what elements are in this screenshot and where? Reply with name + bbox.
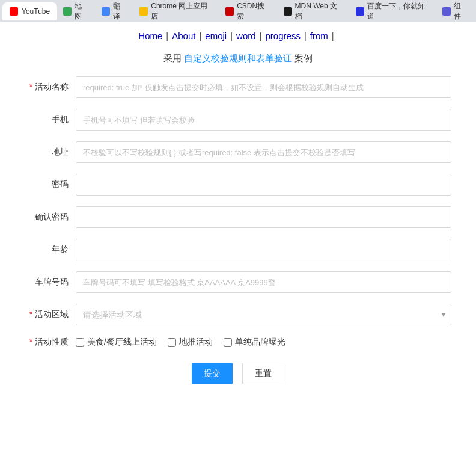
- title-prefix: 采用: [163, 53, 182, 63]
- title-link[interactable]: 自定义校验规则和表单验证: [184, 53, 292, 63]
- nav-sep-1: |: [166, 31, 168, 41]
- field-phone: 手机: [25, 109, 451, 131]
- tab-chrome-label: Chrome 网上应用店: [151, 1, 212, 22]
- label-activity-nature: 活动性质: [25, 336, 76, 348]
- checkbox-ground[interactable]: 地推活动: [168, 337, 213, 348]
- label-phone: 手机: [25, 114, 76, 126]
- reset-button[interactable]: 重置: [242, 363, 284, 384]
- nav-sep-2: |: [199, 31, 201, 41]
- field-activity-nature: 活动性质 美食/餐厅线上活动 地推活动 单纯品牌曝光: [25, 336, 451, 348]
- input-phone[interactable]: [76, 109, 451, 131]
- translate-favicon: [102, 7, 110, 16]
- input-activity-name[interactable]: [76, 76, 451, 98]
- field-activity-region: 活动区域 请选择活动区域 区域一 区域二 区域三 ▾: [25, 304, 451, 325]
- label-license-plate: 车牌号码: [25, 276, 76, 288]
- mdn-favicon: [284, 7, 292, 16]
- field-activity-name: 活动名称: [25, 76, 451, 98]
- nav-emoji[interactable]: emoji: [205, 31, 227, 41]
- browser-tab-bar: YouTube 地图 翻译 Chrome 网上应用店 CSDN搜索 MDN We…: [0, 0, 476, 22]
- youtube-favicon: [10, 7, 18, 16]
- checkbox-food-input[interactable]: [76, 338, 84, 347]
- active-tab-label: YouTube: [22, 7, 50, 16]
- label-confirm-password: 确认密码: [25, 211, 76, 223]
- map-favicon: [63, 7, 72, 16]
- label-address: 地址: [25, 146, 76, 158]
- select-region-wrap: 请选择活动区域 区域一 区域二 区域三 ▾: [76, 304, 451, 325]
- nav-from[interactable]: from: [310, 31, 328, 41]
- csdn-favicon: [225, 7, 234, 16]
- tab-comp-label: 组件: [454, 1, 468, 22]
- label-password: 密码: [25, 179, 76, 191]
- nav-word[interactable]: word: [236, 31, 256, 41]
- label-activity-region: 活动区域: [25, 309, 76, 321]
- input-license-plate[interactable]: [76, 271, 451, 293]
- page-title: 采用 自定义校验规则和表单验证 案例: [25, 53, 451, 64]
- comp-favicon: [442, 7, 451, 16]
- tab-map[interactable]: 地图: [57, 2, 94, 20]
- field-license-plate: 车牌号码: [25, 271, 451, 293]
- nav-sep-4: |: [260, 31, 262, 41]
- checkbox-brand-label: 单纯品牌曝光: [235, 337, 285, 348]
- tab-translate[interactable]: 翻译: [96, 2, 133, 20]
- tab-csdn-label: CSDN搜索: [237, 1, 270, 22]
- input-confirm-password[interactable]: [76, 206, 451, 228]
- select-activity-region[interactable]: 请选择活动区域 区域一 区域二 区域三: [76, 304, 451, 325]
- button-row: 提交 重置: [25, 363, 451, 384]
- field-address: 地址: [25, 141, 451, 163]
- label-age: 年龄: [25, 244, 76, 256]
- checkbox-food-label: 美食/餐厅线上活动: [87, 337, 157, 348]
- nav-about[interactable]: About: [172, 31, 195, 41]
- field-confirm-password: 确认密码: [25, 206, 451, 228]
- nav-sep-6: |: [332, 31, 334, 41]
- input-age[interactable]: [76, 239, 451, 260]
- nav-sep-5: |: [304, 31, 307, 41]
- field-password: 密码: [25, 174, 451, 196]
- title-suffix: 案例: [294, 53, 313, 63]
- field-age: 年龄: [25, 239, 451, 260]
- chrome-favicon: [139, 7, 148, 16]
- label-activity-name: 活动名称: [25, 81, 76, 93]
- input-address[interactable]: [76, 141, 451, 163]
- tab-comp[interactable]: 组件: [436, 2, 474, 20]
- tab-baidu-label: 百度一下，你就知道: [367, 1, 430, 22]
- checkbox-group-nature: 美食/餐厅线上活动 地推活动 单纯品牌曝光: [76, 337, 451, 348]
- baidu-favicon: [356, 7, 364, 16]
- tab-chrome-store[interactable]: Chrome 网上应用店: [133, 2, 218, 20]
- checkbox-ground-label: 地推活动: [179, 337, 213, 348]
- main-content: 采用 自定义校验规则和表单验证 案例 活动名称 手机 地址 密码 确认密码: [13, 47, 463, 408]
- tab-map-label: 地图: [75, 1, 88, 22]
- submit-button[interactable]: 提交: [192, 363, 233, 384]
- checkbox-brand[interactable]: 单纯品牌曝光: [224, 337, 285, 348]
- tab-baidu[interactable]: 百度一下，你就知道: [350, 2, 436, 20]
- nav-bar: Home | About | emoji | word | progress |…: [0, 22, 476, 47]
- other-tabs: 地图 翻译 Chrome 网上应用店 CSDN搜索 MDN Web 文档 百度一…: [57, 2, 474, 20]
- input-password[interactable]: [76, 174, 451, 196]
- checkbox-food[interactable]: 美食/餐厅线上活动: [76, 337, 157, 348]
- checkbox-ground-input[interactable]: [168, 338, 176, 347]
- active-tab[interactable]: YouTube: [2, 2, 57, 20]
- form: 活动名称 手机 地址 密码 确认密码 年龄 车牌号码: [25, 76, 451, 384]
- tab-translate-label: 翻译: [113, 1, 127, 22]
- nav-home[interactable]: Home: [138, 31, 162, 41]
- checkbox-brand-input[interactable]: [224, 338, 232, 347]
- tab-csdn[interactable]: CSDN搜索: [219, 2, 276, 20]
- nav-sep-3: |: [230, 31, 233, 41]
- tab-mdn[interactable]: MDN Web 文档: [278, 2, 349, 20]
- tab-mdn-label: MDN Web 文档: [295, 1, 343, 22]
- nav-progress[interactable]: progress: [266, 31, 301, 41]
